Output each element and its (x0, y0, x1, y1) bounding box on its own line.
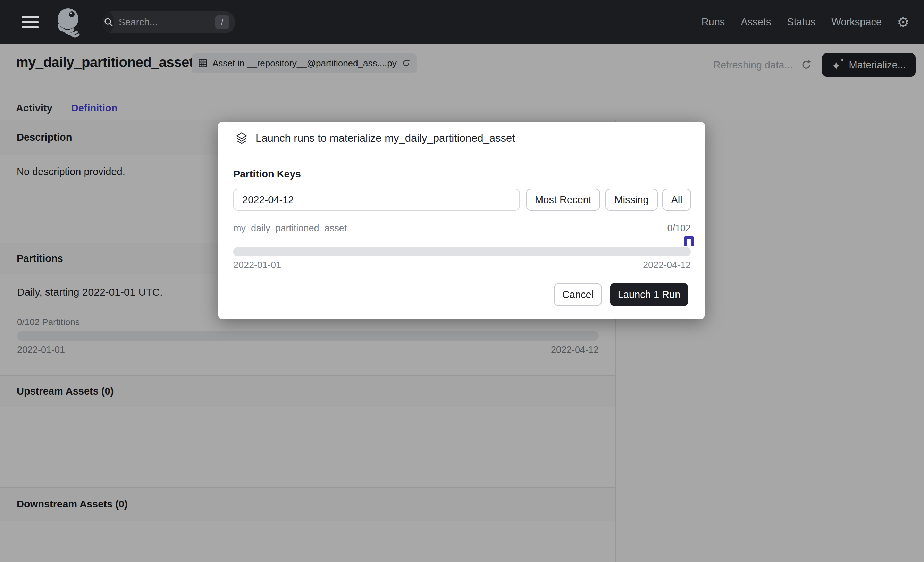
dialog-header: Launch runs to materialize my_daily_part… (218, 122, 705, 155)
nav-workspace[interactable]: Workspace (832, 17, 882, 28)
asset-layers-icon (236, 132, 247, 144)
modal-range-labels: 2022-01-01 2022-04-12 (233, 260, 691, 270)
modal-partition-health-bar (233, 247, 691, 256)
settings-gear-icon[interactable]: ⚙︎ (897, 15, 909, 29)
global-search[interactable]: / (103, 11, 236, 33)
launch-run-button[interactable]: Launch 1 Run (610, 283, 688, 306)
hamburger-menu-icon[interactable] (21, 16, 39, 29)
most-recent-button[interactable]: Most Recent (526, 189, 600, 211)
nav-assets[interactable]: Assets (741, 17, 771, 28)
nav-status[interactable]: Status (787, 17, 815, 28)
dialog-title: Launch runs to materialize my_daily_part… (255, 132, 515, 144)
missing-button[interactable]: Missing (605, 189, 658, 211)
partition-key-input[interactable] (233, 189, 520, 211)
top-nav-links: Runs Assets Status Workspace (702, 17, 882, 28)
asset-selection-row: my_daily_partitioned_asset 0/102 (233, 223, 691, 234)
nav-runs[interactable]: Runs (702, 17, 725, 28)
modal-range-end: 2022-04-12 (643, 260, 691, 270)
modal-asset-name: my_daily_partitioned_asset (233, 223, 347, 234)
search-icon (104, 12, 114, 33)
app-screen: / Runs Assets Status Workspace ⚙︎ my_dai… (0, 0, 924, 562)
top-navigation-bar: / Runs Assets Status Workspace ⚙︎ (0, 0, 924, 44)
search-shortcut-badge: / (215, 15, 229, 29)
all-button[interactable]: All (662, 189, 691, 211)
selected-partition-count: 0/102 (667, 223, 691, 234)
launch-runs-dialog: Launch runs to materialize my_daily_part… (218, 122, 705, 319)
partition-selection-marker (684, 236, 693, 246)
cancel-button[interactable]: Cancel (554, 283, 602, 306)
dagster-logo-icon (54, 6, 86, 39)
partition-keys-label: Partition Keys (233, 168, 301, 180)
modal-range-start: 2022-01-01 (233, 260, 281, 270)
